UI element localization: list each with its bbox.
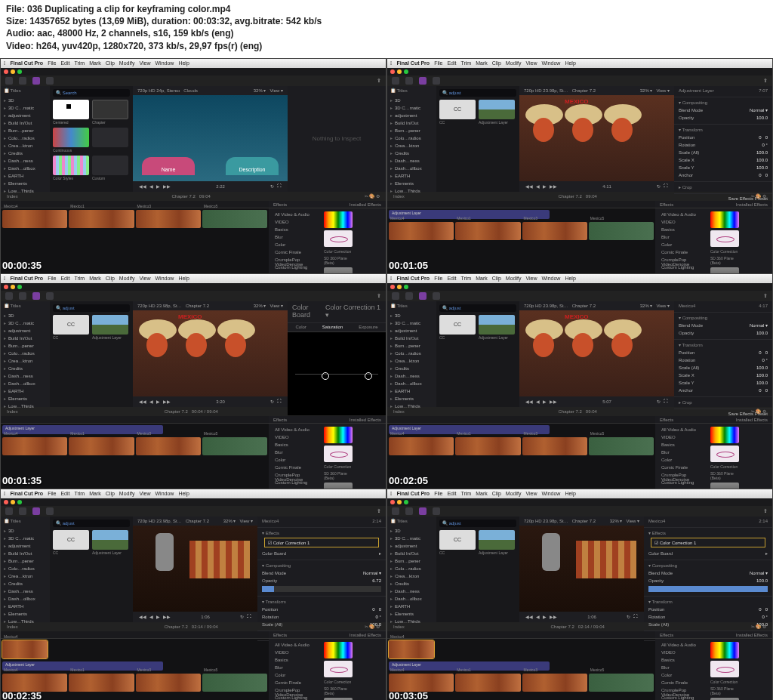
fullscreen-icon[interactable]: ⛶ — [277, 399, 282, 404]
fx-cat[interactable]: CrumplePop VideoDenoise — [272, 257, 321, 264]
sidebar-item-9[interactable]: Dash…ollbox — [387, 380, 436, 387]
fx-cat[interactable]: Custom Lighting — [272, 480, 321, 487]
timeline-clip-Mexico5[interactable]: Mexico5 — [589, 437, 654, 455]
fx-cat[interactable]: Basics — [272, 442, 321, 449]
share-icon[interactable]: ⇪ — [377, 508, 381, 514]
sidebar-item-2[interactable]: adjustment — [1, 327, 50, 335]
titles-icon[interactable] — [32, 507, 40, 515]
menu-window[interactable]: Window — [542, 276, 561, 281]
minimize-icon[interactable] — [11, 500, 15, 504]
menu-help[interactable]: Help — [178, 276, 189, 281]
menu-edit[interactable]: Edit — [447, 276, 456, 281]
color-board-canvas[interactable] — [288, 332, 386, 415]
fx-cat[interactable]: All Video & Audio — [658, 211, 707, 219]
titles-icon[interactable] — [32, 77, 40, 85]
sidebar-item-7[interactable]: Credits — [1, 150, 50, 157]
menu-file[interactable]: File — [48, 491, 56, 496]
fx-cat[interactable]: Custom Lighting — [658, 695, 707, 700]
sidebar-item-4[interactable]: Bum…pener — [387, 342, 436, 350]
sidebar-item-0[interactable]: 3D — [387, 312, 436, 319]
menu-view[interactable]: View — [525, 60, 537, 66]
sidebar-item-2[interactable]: adjustment — [387, 112, 436, 119]
titles-icon[interactable] — [419, 292, 427, 300]
timeline-clip-Mexico5[interactable]: Mexico5 — [202, 437, 267, 455]
sidebar-item-2[interactable]: adjustment — [387, 542, 436, 550]
fx-cat[interactable]: Basics — [272, 657, 321, 665]
tab-exposure[interactable]: Exposure — [359, 325, 377, 329]
sidebar-item-9[interactable]: Dash…ollbox — [1, 380, 50, 387]
sidebar-item-5[interactable]: Colo…radios — [1, 134, 50, 142]
close-icon[interactable] — [4, 500, 8, 504]
close-icon[interactable] — [390, 69, 395, 74]
sidebar-item-11[interactable]: Elements — [387, 180, 436, 187]
loop-icon[interactable]: ↻ — [270, 399, 274, 404]
photos-icon[interactable] — [19, 507, 26, 515]
minimize-icon[interactable] — [397, 500, 402, 504]
maximize-icon[interactable] — [17, 285, 22, 289]
timeline-tools[interactable]: ✂ 🎨 ⚙ — [365, 624, 380, 629]
fx-cat[interactable]: Color — [272, 672, 321, 680]
menu-trim[interactable]: Trim — [74, 491, 85, 496]
loop-icon[interactable]: ↻ — [240, 614, 244, 619]
fx-cat[interactable]: Comic Finale — [272, 464, 321, 472]
generators-icon[interactable] — [46, 292, 54, 300]
photos-icon[interactable] — [19, 292, 26, 300]
loop-icon[interactable]: ↻ — [270, 183, 274, 189]
fx-thumb-360plane[interactable] — [324, 661, 353, 677]
sidebar-item-2[interactable]: adjustment — [387, 327, 436, 335]
menu-file[interactable]: File — [434, 276, 442, 281]
timeline-tools[interactable]: ✂ 🎨 ⚙ — [751, 193, 766, 199]
sidebar-item-7[interactable]: Credits — [387, 580, 436, 587]
fx-thumb-colorcorrection[interactable] — [324, 211, 353, 228]
index-button[interactable]: Index — [7, 194, 18, 199]
photos-icon[interactable] — [19, 77, 26, 85]
menu-clip[interactable]: Clip — [492, 491, 501, 496]
menu-window[interactable]: Window — [156, 491, 174, 496]
sidebar-item-1[interactable]: 3D C…matic — [1, 104, 50, 112]
sidebar-item-10[interactable]: EARTH — [1, 172, 50, 180]
fx-cat[interactable]: Comic Finale — [658, 680, 707, 687]
fx-cat[interactable]: VIDEO — [272, 649, 321, 657]
titles-icon[interactable] — [419, 77, 427, 85]
fx-cat[interactable]: Color — [658, 672, 707, 680]
fx-cat[interactable]: Custom Lighting — [272, 264, 321, 272]
menu-window[interactable]: Window — [542, 491, 561, 496]
menu-edit[interactable]: Edit — [60, 60, 69, 66]
menu-help[interactable]: Help — [565, 60, 575, 66]
fx-cat[interactable]: CrumplePop VideoDenoise — [658, 257, 707, 264]
sidebar-item-10[interactable]: EARTH — [1, 387, 50, 395]
menu-mark[interactable]: Mark — [476, 276, 488, 281]
share-icon[interactable]: ⇪ — [377, 293, 381, 299]
thumb-adjustment[interactable] — [479, 100, 515, 119]
sidebar-item-2[interactable]: adjustment — [1, 542, 50, 550]
search-input[interactable]: 🔍 adjust — [439, 520, 516, 527]
sidebar-item-1[interactable]: 3D C…matic — [387, 319, 436, 327]
loop-icon[interactable]: ↻ — [657, 399, 661, 404]
sidebar-item-2[interactable]: adjustment — [1, 112, 50, 119]
menu-mark[interactable]: Mark — [89, 491, 101, 496]
timeline-clip-Mexico4[interactable]: Mexico4 — [389, 222, 454, 240]
sidebar-item-3[interactable]: Build In/Out — [1, 335, 50, 342]
menu-mark[interactable]: Mark — [89, 276, 101, 281]
sidebar-item-3[interactable]: Build In/Out — [387, 119, 436, 127]
library-icon[interactable] — [392, 507, 399, 515]
menu-help[interactable]: Help — [565, 276, 575, 281]
menu-window[interactable]: Window — [156, 60, 174, 66]
sidebar-item-9[interactable]: Dash…ollbox — [1, 595, 50, 603]
timeline-clip-Mexico4[interactable]: Mexico4 — [2, 437, 67, 455]
index-button[interactable]: Index — [7, 409, 18, 414]
menu-trim[interactable]: Trim — [74, 60, 85, 66]
menu-trim[interactable]: Trim — [74, 276, 85, 281]
menu-window[interactable]: Window — [156, 276, 174, 281]
menu-edit[interactable]: Edit — [447, 60, 456, 66]
fx-cat[interactable]: All Video & Audio — [272, 427, 321, 434]
menu-clip[interactable]: Clip — [492, 60, 501, 66]
sidebar-item-10[interactable]: EARTH — [387, 603, 436, 610]
sidebar-item-10[interactable]: EARTH — [1, 603, 50, 610]
sidebar-item-7[interactable]: Credits — [1, 365, 50, 372]
sidebar-item-3[interactable]: Build In/Out — [387, 335, 436, 342]
fx-cat[interactable]: Blur — [658, 665, 707, 672]
sidebar-item-11[interactable]: Elements — [387, 610, 436, 618]
sidebar-item-6[interactable]: Crea…ktron — [387, 357, 436, 365]
effect-color-correction[interactable]: ☑ Color Correction 1 — [651, 538, 765, 547]
